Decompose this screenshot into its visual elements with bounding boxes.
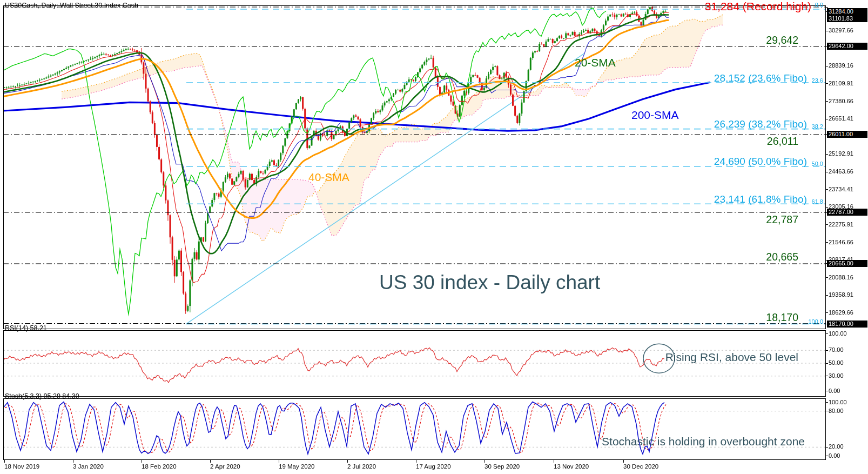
price-level-box: 18170.00 bbox=[827, 321, 867, 328]
price-level-box: 26011.00 bbox=[827, 131, 867, 138]
date-tick: 2 Jul 2020 bbox=[347, 463, 376, 470]
price-tick: 28109.91 bbox=[829, 80, 853, 87]
rsi-tick: 70.00 bbox=[829, 346, 844, 353]
price-tick: 18629.66 bbox=[829, 309, 853, 316]
time-axis[interactable] bbox=[3, 460, 825, 473]
date-tick: 17 Aug 2020 bbox=[416, 463, 451, 470]
price-tick: 20088.16 bbox=[829, 274, 853, 281]
rsi-annotation: Rising RSI, above 50 level bbox=[665, 351, 798, 364]
date-tick: 30 Sep 2020 bbox=[485, 463, 520, 470]
sma40-label: 40-SMA bbox=[308, 171, 349, 184]
chart-window: { "header": { "title": "US30Cash, Daily:… bbox=[0, 0, 868, 474]
date-tick: 3 Jan 2020 bbox=[73, 463, 104, 470]
price-tick: 26651.41 bbox=[829, 115, 853, 122]
symbol-title: US30Cash, Daily: Wall Street 30 Index Ca… bbox=[5, 2, 138, 9]
fibo-level-label: 24,690 (50.0% Fibo) bbox=[714, 156, 807, 168]
sma20-label: 20-SMA bbox=[575, 56, 616, 69]
sma200-label: 200-SMA bbox=[631, 109, 679, 122]
fibo-pct-label: 50.0 bbox=[812, 161, 823, 167]
price-tick: 28839.16 bbox=[829, 62, 853, 69]
price-tick: 25192.91 bbox=[829, 150, 853, 157]
fibo-pct-label: 61.8 bbox=[812, 198, 823, 205]
fibo-pct-label: 100.0 bbox=[808, 318, 823, 325]
stoch-annotation: Stochastic is holding in overbought zone bbox=[602, 435, 805, 448]
chart-title-annotation: US 30 index - Daily chart bbox=[379, 271, 600, 294]
date-tick: 2 Apr 2020 bbox=[210, 463, 240, 470]
key-level-label: 22,787 bbox=[766, 213, 798, 226]
fibo-pct-label: 23.6 bbox=[812, 77, 823, 84]
price-tick: 24463.66 bbox=[829, 168, 853, 175]
price-level-box: 22787.00 bbox=[827, 209, 867, 216]
key-level-label: 26,011 bbox=[767, 135, 798, 148]
price-tick: 30297.66 bbox=[829, 27, 853, 34]
price-tick: 19358.91 bbox=[829, 291, 853, 298]
stoch-tick: 80.00 bbox=[829, 408, 844, 415]
price-tick: 21546.66 bbox=[829, 239, 853, 246]
rsi-tick: 0.00 bbox=[829, 388, 840, 395]
stoch-tick: 100.00 bbox=[829, 399, 847, 406]
date-tick: 18 Feb 2020 bbox=[142, 463, 177, 470]
stoch-tick: 20.00 bbox=[829, 443, 844, 450]
key-level-label: 18,170 bbox=[766, 311, 798, 324]
price-tick: 27380.66 bbox=[829, 98, 853, 105]
price-level-box: 20665.00 bbox=[827, 260, 867, 267]
fibo-level-label: 28,152 (23.6% Fibo) bbox=[714, 72, 807, 84]
rsi-tick: 30.00 bbox=[829, 372, 844, 379]
date-tick: 19 May 2020 bbox=[279, 463, 315, 470]
price-tick: 22275.91 bbox=[829, 221, 853, 228]
fibo-level-label: 23,141 (61.8% Fibo) bbox=[714, 193, 807, 205]
rsi-label: RSI(14) 58.21 bbox=[5, 324, 47, 332]
date-tick: 13 Nov 2020 bbox=[554, 463, 589, 470]
fibo-pct-label: 38.2 bbox=[812, 123, 823, 130]
record-high-label: 31,284 (Record high) bbox=[705, 0, 811, 13]
stoch-tick: 0.00 bbox=[829, 452, 840, 459]
key-level-label: 20,665 bbox=[766, 251, 798, 263]
fibo-pct-label: 0.0 bbox=[815, 2, 823, 8]
rsi-tick: 100.00 bbox=[829, 330, 847, 337]
date-tick: 30 Dec 2020 bbox=[623, 463, 658, 470]
chart-canvas[interactable] bbox=[0, 0, 868, 474]
key-level-label: 29,642 bbox=[766, 34, 798, 46]
price-level-box: 31101.83 bbox=[827, 15, 867, 22]
date-tick: 18 Nov 2019 bbox=[4, 463, 39, 470]
rsi-tick: 50.00 bbox=[829, 359, 844, 366]
stoch-label: Stoch(5,3,3) 95.29 84.30 bbox=[5, 392, 79, 400]
fibo-level-label: 26,239 (38.2% Fibo) bbox=[714, 118, 807, 130]
price-tick: 23734.41 bbox=[829, 186, 853, 193]
price-level-box: 31284.00 bbox=[827, 8, 867, 15]
price-level-box: 29642.00 bbox=[827, 43, 867, 50]
